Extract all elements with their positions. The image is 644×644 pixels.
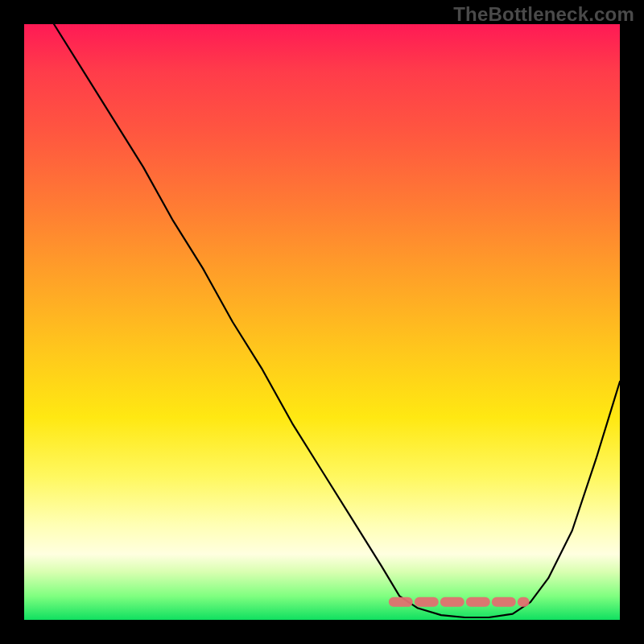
- bottleneck-curve: [54, 24, 620, 617]
- chart-plot-area: [24, 24, 620, 620]
- chart-svg: [24, 24, 620, 620]
- chart-frame: TheBottleneck.com: [0, 0, 644, 644]
- watermark-text: TheBottleneck.com: [453, 3, 634, 26]
